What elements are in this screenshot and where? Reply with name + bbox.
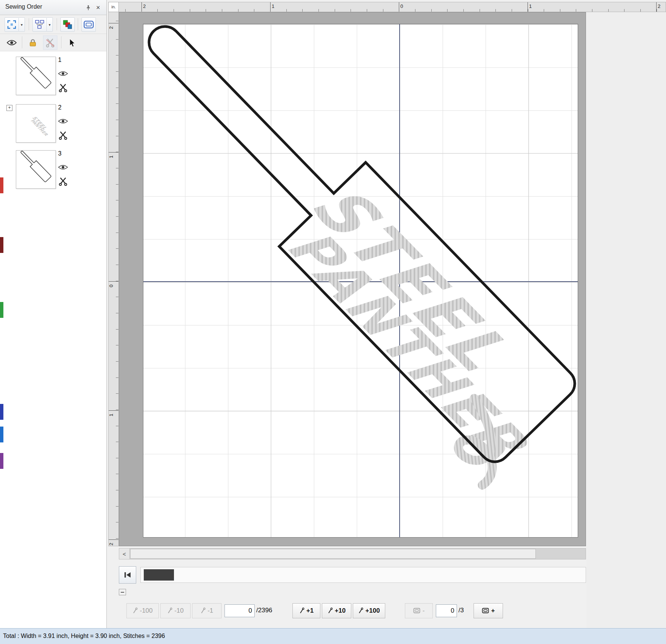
ruler-label: 0 <box>108 285 114 287</box>
sewing-item-1: 1 <box>0 57 106 101</box>
hoop-button[interactable] <box>82 17 96 32</box>
stitch-plus-1-button[interactable]: +1 <box>292 603 320 618</box>
sewing-order-list: 1 STEEL <box>0 51 106 628</box>
fit-selection-dropdown[interactable]: ▾ <box>19 17 25 32</box>
hoop-icon <box>83 20 94 29</box>
design-page[interactable]: STEEL PANTHER <box>143 24 578 538</box>
scrollbar-thumb[interactable] <box>130 549 536 559</box>
thread-color-swatch[interactable] <box>0 177 3 193</box>
panel-toolbar-top: ▾ ▾ <box>0 15 106 34</box>
rewind-icon <box>123 572 132 578</box>
sequence-view-button[interactable] <box>32 17 47 32</box>
lock-icon <box>28 38 37 47</box>
minus-icon <box>121 592 124 593</box>
sewing-item-number: 3 <box>58 150 62 157</box>
sewing-item-1-thumbnail[interactable] <box>16 57 56 95</box>
item-2-expander[interactable]: + <box>6 105 12 111</box>
sewing-item-1-sew-toggle[interactable] <box>58 83 68 93</box>
needle-icon <box>358 607 363 614</box>
thread-color-swatch[interactable] <box>0 404 3 420</box>
lock-button[interactable] <box>26 35 40 50</box>
pin-icon <box>85 5 91 11</box>
sewing-item-2-visibility-toggle[interactable] <box>57 117 69 125</box>
ruler-label: 2 <box>108 26 114 29</box>
fit-selection-icon <box>7 20 17 29</box>
ruler-minor-ticks <box>119 9 666 12</box>
thread-palette-strip <box>0 0 3 628</box>
sewing-item-2-sew-toggle[interactable] <box>58 131 68 140</box>
horizontal-scrollbar[interactable]: < <box>119 548 586 559</box>
pin-button[interactable] <box>84 3 93 12</box>
thread-color-swatch[interactable] <box>0 302 3 318</box>
current-color-input[interactable] <box>436 604 457 617</box>
ruler-label: 1 <box>108 414 114 416</box>
ruler-label: 1 <box>529 3 532 9</box>
slider-thumb[interactable] <box>144 569 174 581</box>
ruler-label: 2 <box>658 3 660 9</box>
splitter-collapse-button[interactable] <box>119 589 126 595</box>
eye-icon <box>58 118 68 124</box>
stitch-navigation-toolbar: -100 -10 -1 /2396 +1 +10 <box>108 600 586 621</box>
needle-icon <box>167 607 172 614</box>
sewing-item-3-sew-toggle[interactable] <box>58 177 68 186</box>
color-sort-icon <box>63 20 72 29</box>
sewing-item-3-visibility-toggle[interactable] <box>57 163 69 171</box>
toolbar-separator <box>22 36 22 48</box>
workspace-empty-area <box>586 12 666 628</box>
color-sort-button[interactable] <box>60 17 75 32</box>
stitch-simulator-slider[interactable] <box>140 567 586 583</box>
sewing-item-number: 2 <box>58 104 62 111</box>
embroidery-design[interactable]: STEEL PANTHER <box>143 24 578 537</box>
stitch-minus-100-button[interactable]: -100 <box>126 603 159 618</box>
left-arrow-icon: < <box>123 551 126 557</box>
button-label: + <box>491 607 495 615</box>
ruler-horizontal: 2 1 0 1 2 <box>119 2 666 12</box>
hoop-small-icon <box>413 608 421 614</box>
paddle-outline-thumb <box>16 57 55 95</box>
toolbar-separator <box>61 36 62 48</box>
sewing-item-3: 3 <box>0 150 106 195</box>
eye-icon <box>58 71 68 77</box>
thread-color-swatch[interactable] <box>0 453 3 469</box>
cursor-arrow-icon <box>68 38 76 48</box>
sewing-item-number: 1 <box>58 57 62 63</box>
previous-color-button[interactable]: - <box>405 603 433 618</box>
sewing-item-2-thumbnail[interactable]: STEEL PANTHER <box>16 104 56 143</box>
stitch-minus-1-button[interactable]: -1 <box>192 603 221 618</box>
lettering-thumb: STEEL PANTHER <box>16 105 55 142</box>
hoop-small-icon <box>482 608 489 614</box>
needle-icon <box>328 607 333 614</box>
needle-icon <box>132 607 138 614</box>
scrollbar-left-arrow[interactable]: < <box>119 548 130 559</box>
stitch-total-label: /2396 <box>256 607 272 614</box>
scissors-icon <box>58 177 68 186</box>
sewing-item-2: STEEL PANTHER 2 <box>0 104 106 149</box>
no-sew-button[interactable] <box>43 35 57 50</box>
ruler-unit-box: in. <box>108 2 119 12</box>
ruler-label: 2 <box>108 543 114 545</box>
sewing-item-1-visibility-toggle[interactable] <box>57 69 69 78</box>
thread-color-swatch[interactable] <box>0 237 3 253</box>
stitch-plus-10-button[interactable]: +10 <box>322 603 351 618</box>
stitch-plus-100-button[interactable]: +100 <box>353 603 385 618</box>
fit-selection-button[interactable] <box>5 17 19 32</box>
current-stitch-input[interactable] <box>225 604 255 617</box>
sequence-view-dropdown[interactable]: ▾ <box>47 17 53 32</box>
close-icon: × <box>96 4 100 12</box>
status-bar: Total : Width = 3.91 inch, Height = 3.90… <box>0 628 666 644</box>
close-button[interactable]: × <box>94 3 103 12</box>
panel-title: Sewing Order <box>5 3 42 10</box>
paddle-outline-thumb <box>16 151 55 188</box>
show-hide-button[interactable] <box>5 35 19 50</box>
next-color-button[interactable]: + <box>474 603 503 618</box>
select-tool-button[interactable] <box>65 35 79 50</box>
button-label: -10 <box>174 607 184 615</box>
needle-icon <box>200 607 206 614</box>
sewing-item-3-thumbnail[interactable] <box>16 150 56 189</box>
rewind-button[interactable] <box>119 566 136 584</box>
canvas-viewport: STEEL PANTHER <box>119 12 586 546</box>
stitch-minus-10-button[interactable]: -10 <box>160 603 191 618</box>
thread-color-swatch[interactable] <box>0 427 3 442</box>
scissors-icon <box>58 83 68 92</box>
ruler-label: 0 <box>400 3 403 9</box>
